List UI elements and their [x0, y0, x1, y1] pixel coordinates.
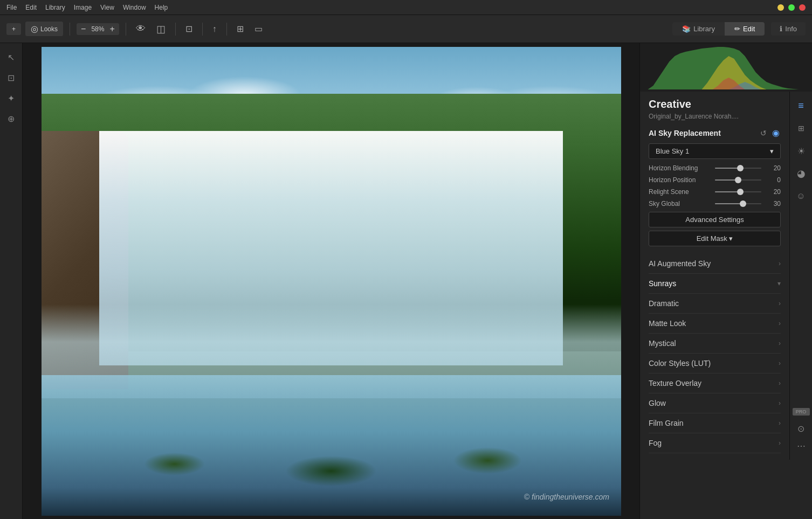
tool-heal[interactable]: ✦ [3, 89, 20, 107]
menu-edit[interactable]: Edit [25, 4, 37, 11]
chevron-right-icon: › [779, 340, 781, 347]
list-item-dramatic[interactable]: Dramatic› [649, 294, 781, 314]
left-toolbar: ↖ ⊡ ✦ ⊕ [0, 43, 23, 519]
list-item-mystical[interactable]: Mystical› [649, 334, 781, 354]
color-wheel-icon: ◕ [797, 168, 806, 179]
list-item-label: Color Styles (LUT) [649, 359, 711, 368]
tool-select[interactable]: ↖ [3, 49, 20, 66]
zoom-out-button[interactable]: − [80, 24, 87, 34]
list-item-label: Texture Overlay [649, 379, 701, 387]
list-item-right: › [779, 399, 781, 407]
edit-tab-label: Edit [743, 25, 755, 33]
ai-sky-toggle-btn[interactable]: ◉ [771, 127, 781, 139]
histogram-chart [642, 45, 810, 89]
slider-row-horizon-blending: Horizon Blending 20 [649, 164, 781, 172]
library-tab-label: Library [693, 25, 715, 33]
bottom-icons: PRO ⊙ ⋯ [793, 408, 810, 454]
relight-scene-track[interactable] [715, 191, 761, 192]
looks-label: Looks [40, 25, 58, 33]
horizon-position-thumb[interactable] [735, 177, 741, 183]
sliders-btn[interactable]: ⊞ [793, 120, 810, 137]
list-item-label: Sunrays [649, 279, 676, 288]
share-button[interactable]: ↑ [209, 21, 220, 37]
edit-mask-btn[interactable]: Edit Mask ▾ [649, 231, 781, 246]
minimize-btn[interactable] [777, 4, 784, 11]
chevron-down-icon: ▾ [770, 147, 774, 155]
maximize-btn[interactable] [788, 4, 795, 11]
looks-button[interactable]: ◎ Looks [25, 22, 63, 36]
dots-btn[interactable]: ⋯ [793, 437, 810, 454]
list-item-label: Film Grain [649, 419, 684, 427]
info-label: Info [785, 25, 797, 33]
tool-clone[interactable]: ⊕ [3, 110, 20, 127]
dots-icon: ⋯ [797, 441, 806, 451]
frame-button[interactable]: ▭ [251, 21, 266, 37]
tab-info[interactable]: ℹ Info [771, 22, 806, 36]
face-icon: ☺ [796, 191, 805, 201]
list-item-right: › [779, 419, 781, 427]
separator-5 [226, 23, 227, 36]
horizon-blending-thumb[interactable] [737, 165, 744, 171]
histogram [640, 43, 812, 92]
menu-help[interactable]: Help [155, 4, 168, 11]
list-item-film-grain[interactable]: Film Grain› [649, 413, 781, 433]
edit-tab-icon: ✏ [734, 25, 740, 33]
list-item-matte-look[interactable]: Matte Look› [649, 314, 781, 334]
zoom-control[interactable]: − 58% + [77, 23, 119, 35]
close-btn[interactable] [799, 4, 806, 11]
relight-scene-label: Relight Scene [649, 188, 711, 196]
chevron-right-icon: › [779, 379, 781, 387]
horizon-blending-value: 20 [766, 164, 781, 172]
eye-button[interactable]: 👁 [133, 21, 149, 37]
layers-btn[interactable]: ≡ [793, 97, 810, 114]
looks-icon: ◎ [31, 24, 38, 34]
select-icon: ↖ [8, 52, 15, 63]
list-item-color-styles-(lut)[interactable]: Color Styles (LUT)› [649, 354, 781, 373]
zoom-value: 58% [89, 25, 106, 33]
tab-edit[interactable]: ✏ Edit [725, 22, 765, 36]
menu-library[interactable]: Library [45, 4, 65, 11]
info-icon: ℹ [780, 25, 782, 33]
menu-image[interactable]: Image [74, 4, 92, 11]
menu-file[interactable]: File [6, 4, 17, 11]
tab-library[interactable]: 📚 Library [672, 22, 725, 36]
list-item-fog[interactable]: Fog› [649, 433, 781, 453]
advanced-settings-btn[interactable]: Advanced Settings [649, 212, 781, 227]
color-wheel-btn[interactable]: ◕ [793, 165, 810, 182]
tool-crop[interactable]: ⊡ [3, 69, 20, 86]
zoom-in-button[interactable]: + [108, 24, 115, 34]
grid-button[interactable]: ⊞ [233, 21, 247, 37]
menu-view[interactable]: View [100, 4, 114, 11]
window-controls[interactable] [777, 4, 806, 11]
relight-scene-value: 20 [766, 188, 781, 196]
clone-icon: ⊕ [8, 114, 15, 124]
list-item-ai-augmented-sky[interactable]: AI Augmented Sky› [649, 254, 781, 274]
horizon-blending-track[interactable] [715, 168, 761, 169]
sun-btn[interactable]: ☀ [793, 142, 810, 160]
moss-layer [70, 422, 592, 493]
crop-button[interactable]: ⊡ [182, 21, 196, 37]
menu-window[interactable]: Window [123, 4, 146, 11]
list-item-sunrays[interactable]: Sunrays▾ [649, 274, 781, 294]
compare-button[interactable]: ◫ [153, 21, 169, 37]
add-button[interactable]: + [6, 23, 21, 35]
chevron-right-icon: › [779, 419, 781, 427]
list-item-texture-overlay[interactable]: Texture Overlay› [649, 373, 781, 393]
right-panel: Creative Original_by_Laurence Norah.... … [639, 43, 812, 519]
relight-scene-thumb[interactable] [737, 189, 744, 195]
sky-dropdown[interactable]: Blue Sky 1 ▾ [649, 143, 781, 159]
face-btn[interactable]: ☺ [793, 188, 810, 205]
horizon-position-track[interactable] [715, 179, 761, 181]
list-item-label: Dramatic [649, 299, 679, 308]
sky-global-thumb[interactable] [740, 200, 746, 207]
clock-btn[interactable]: ⊙ [793, 420, 810, 437]
sky-global-track[interactable] [715, 203, 761, 204]
list-item-glow[interactable]: Glow› [649, 393, 781, 413]
panel-title: Creative [649, 98, 781, 110]
canvas-area: © findingtheuniverse.com [23, 43, 639, 519]
ai-sky-reset-btn[interactable]: ↺ [759, 128, 768, 139]
menu-bar[interactable]: File Edit Library Image View Window Help [6, 4, 168, 11]
watermark: © findingtheuniverse.com [524, 493, 609, 501]
chevron-right-icon: › [779, 300, 781, 307]
separator-4 [202, 23, 203, 36]
